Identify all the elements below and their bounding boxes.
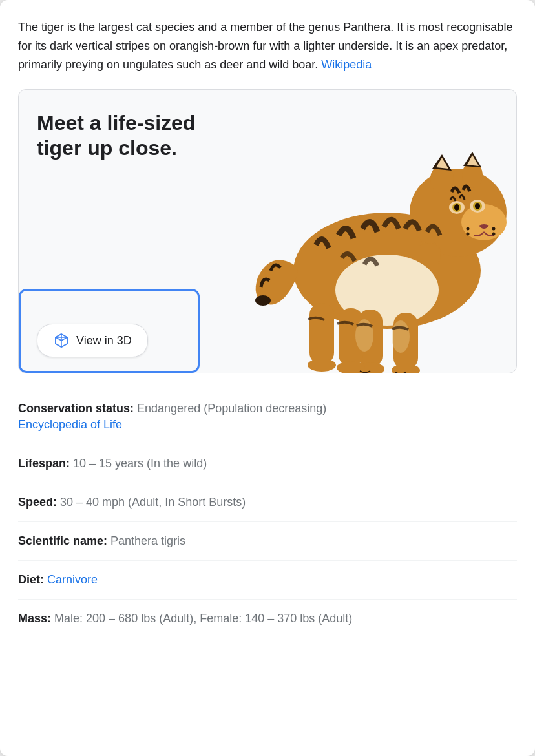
wikipedia-link[interactable]: Wikipedia	[321, 58, 372, 71]
scientific-name-row: Scientific name: Panthera tigris	[18, 522, 517, 561]
svg-point-17	[467, 233, 470, 236]
info-section: Conservation status: Endangered (Populat…	[18, 392, 517, 638]
main-card: The tiger is the largest cat species and…	[0, 0, 535, 756]
conservation-row: Conservation status: Endangered (Populat…	[18, 392, 517, 445]
diet-label: Diet:	[18, 573, 44, 586]
mass-value: Male: 200 – 680 lbs (Adult), Female: 140…	[54, 612, 352, 625]
svg-point-19	[492, 233, 496, 236]
speed-label: Speed:	[18, 496, 57, 509]
lifespan-label: Lifespan:	[18, 457, 70, 470]
svg-point-30	[392, 320, 410, 353]
ar-card: Meet a life-sized tiger up close.	[18, 89, 517, 373]
eol-link[interactable]: Encyclopedia of Life	[18, 418, 517, 432]
lifespan-value: 10 – 15 years (In the wild)	[73, 457, 207, 470]
conservation-status-line: Conservation status: Endangered (Populat…	[18, 402, 517, 415]
svg-point-15	[475, 203, 480, 209]
tiger-svg	[238, 96, 517, 373]
svg-point-14	[454, 204, 459, 211]
lifespan-row: Lifespan: 10 – 15 years (In the wild)	[18, 445, 517, 483]
speed-row: Speed: 30 – 40 mph (Adult, In Short Burs…	[18, 483, 517, 522]
mass-label: Mass:	[18, 612, 51, 625]
mass-row: Mass: Male: 200 – 680 lbs (Adult), Femal…	[18, 600, 517, 638]
speed-value: 30 – 40 mph (Adult, In Short Bursts)	[60, 496, 246, 509]
scientific-name-label: Scientific name:	[18, 534, 107, 547]
svg-point-18	[492, 227, 496, 231]
diet-link[interactable]: Carnivore	[47, 573, 98, 586]
svg-point-20	[255, 295, 271, 306]
tiger-image	[238, 96, 517, 373]
ar-title: Meet a life-sized tiger up close.	[37, 110, 218, 160]
tiger-description: The tiger is the largest cat species and…	[18, 18, 517, 74]
ar-text-section: Meet a life-sized tiger up close.	[19, 90, 236, 373]
svg-point-16	[467, 227, 470, 231]
description-text: The tiger is the largest cat species and…	[18, 21, 512, 71]
conservation-label: Conservation status:	[18, 402, 134, 415]
svg-rect-23	[309, 303, 334, 364]
diet-row: Diet: Carnivore	[18, 561, 517, 600]
scientific-name-value: Panthera tigris	[110, 534, 185, 547]
svg-point-27	[308, 359, 336, 372]
conservation-value-text: Endangered (Population decreasing)	[137, 402, 326, 415]
